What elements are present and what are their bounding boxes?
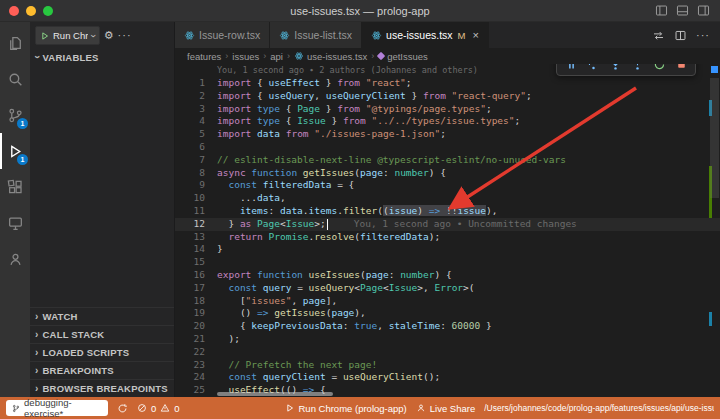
code-line[interactable]: 7// eslint-disable-next-line @typescript…	[175, 154, 720, 167]
line-number[interactable]: 4	[175, 115, 217, 128]
line-number[interactable]: 6	[175, 141, 217, 154]
line-number[interactable]: 25	[175, 384, 217, 397]
code-line[interactable]: 8async function getIssues(page: number) …	[175, 167, 720, 180]
git-branch-item[interactable]: debugging-exercise*	[6, 400, 108, 416]
remote-explorer-icon[interactable]	[0, 205, 30, 241]
close-window-button[interactable]	[9, 6, 19, 16]
pause-button[interactable]	[562, 64, 580, 73]
code-line[interactable]: 12 } as Page<Issue>;You, 1 second ago • …	[175, 218, 720, 231]
line-number[interactable]: 9	[175, 179, 217, 192]
code-line[interactable]: 9 const filteredData = {	[175, 179, 720, 192]
code-line[interactable]: 17 const query = useQuery<Page<Issue>, E…	[175, 282, 720, 295]
breadcrumb-item-issues[interactable]: issues	[232, 51, 259, 62]
more-actions-icon[interactable]: ···	[696, 29, 710, 41]
variables-section-header[interactable]: › VARIABLES	[30, 48, 174, 66]
line-number[interactable]: 2	[175, 90, 217, 103]
line-number[interactable]: 8	[175, 167, 217, 180]
loaded-scripts-section-header[interactable]: › LOADED SCRIPTS	[30, 343, 174, 361]
line-number[interactable]: 22	[175, 346, 217, 359]
call-stack-section-header[interactable]: › CALL STACK	[30, 325, 174, 343]
step-into-button[interactable]	[606, 64, 624, 73]
code-line[interactable]: 6	[175, 141, 720, 154]
step-out-button[interactable]	[628, 64, 646, 73]
code-line[interactable]: 4import type { Issue } from "../../types…	[175, 115, 720, 128]
line-number[interactable]: 18	[175, 295, 217, 308]
code-line[interactable]: 3import type { Page } from "@typings/pag…	[175, 103, 720, 116]
maximize-window-button[interactable]	[43, 6, 53, 16]
code-editor[interactable]: You, 1 second ago ∙ 2 authors (Johannes …	[175, 64, 720, 397]
line-number[interactable]: 24	[175, 371, 217, 384]
watch-section-header[interactable]: › WATCH	[30, 307, 174, 325]
line-number[interactable]: 20	[175, 320, 217, 333]
line-number[interactable]: 10	[175, 192, 217, 205]
line-number[interactable]: 15	[175, 256, 217, 269]
line-number[interactable]: 16	[175, 269, 217, 282]
code-line[interactable]: 15	[175, 256, 720, 269]
toggle-panel-icon[interactable]	[676, 4, 689, 17]
horizontal-scrollbar-thumb[interactable]	[217, 392, 333, 396]
more-views-icon[interactable]: ···	[118, 30, 132, 41]
breakpoints-section-header[interactable]: › BREAKPOINTS	[30, 361, 174, 379]
code-line[interactable]: 20 { keepPreviousData: true, staleTime: …	[175, 320, 720, 333]
toggle-sidebar-icon[interactable]	[655, 4, 668, 17]
line-number[interactable]: 23	[175, 359, 217, 372]
code-line[interactable]: 22	[175, 346, 720, 359]
run-debug-icon[interactable]: 1	[0, 133, 30, 169]
search-icon[interactable]	[0, 61, 30, 97]
line-number[interactable]: 3	[175, 103, 217, 116]
code-line[interactable]: 19 () => getIssues(page),	[175, 307, 720, 320]
line-number[interactable]: 1	[175, 77, 217, 90]
line-number[interactable]: 14	[175, 243, 217, 256]
line-number[interactable]: 5	[175, 128, 217, 141]
split-editor-icon[interactable]	[674, 29, 687, 42]
line-number[interactable]: 7	[175, 154, 217, 167]
code-line[interactable]: 1import { useEffect } from "react";	[175, 77, 720, 90]
code-line[interactable]: 24 const queryClient = useQueryClient();	[175, 371, 720, 384]
scrollbar-thumb[interactable]	[710, 78, 719, 198]
step-over-button[interactable]	[584, 64, 602, 73]
line-number[interactable]: 17	[175, 282, 217, 295]
debug-config-select[interactable]: Run Chr ›	[35, 26, 100, 45]
sync-changes-button[interactable]	[117, 403, 128, 414]
code-line[interactable]: 5import data from "./issues-page-1.json"…	[175, 128, 720, 141]
breadcrumb-item-file[interactable]: use-issues.tsx	[294, 51, 367, 62]
code-line[interactable]: 18 ["issues", page],	[175, 295, 720, 308]
live-share-item[interactable]: Live Share	[416, 403, 475, 414]
chevron-right-icon: ›	[287, 51, 290, 61]
tab-issue-list[interactable]: Issue-list.tsx	[270, 22, 362, 48]
code-line[interactable]: 14}	[175, 243, 720, 256]
run-task-item[interactable]: Run Chrome (prolog-app)	[285, 403, 407, 414]
line-number[interactable]: 11	[175, 205, 217, 218]
breadcrumb-item-api[interactable]: api	[270, 51, 283, 62]
breadcrumb-item-symbol[interactable]: getIssues	[378, 51, 428, 62]
vertical-scrollbar[interactable]	[708, 64, 720, 397]
extensions-icon[interactable]	[0, 169, 30, 205]
code-line[interactable]: 13 return Promise.resolve(filteredData);	[175, 231, 720, 244]
tab-issue-row[interactable]: Issue-row.tsx	[175, 22, 270, 48]
code-line[interactable]: 23 // Prefetch the next page!	[175, 359, 720, 372]
stop-button[interactable]	[672, 64, 690, 73]
code-line[interactable]: 11 items: data.items.filter((issue) => !…	[175, 205, 720, 218]
line-number[interactable]: 12	[175, 218, 217, 231]
minimize-window-button[interactable]	[26, 6, 36, 16]
live-share-icon[interactable]	[0, 241, 30, 277]
active-file-path[interactable]: /Users/johannes/code/prolog-app/features…	[484, 403, 714, 413]
line-number[interactable]: 21	[175, 333, 217, 346]
close-tab-icon[interactable]: ×	[473, 29, 479, 41]
line-number[interactable]: 13	[175, 231, 217, 244]
tab-use-issues[interactable]: use-issues.tsx M ×	[362, 22, 489, 48]
browser-breakpoints-section-header[interactable]: › BROWSER BREAKPOINTS	[30, 379, 174, 397]
problems-item[interactable]: 0 0	[137, 403, 180, 414]
code-line[interactable]: 16export function useIssues(page: number…	[175, 269, 720, 282]
restart-button[interactable]	[650, 64, 668, 73]
open-changes-icon[interactable]	[652, 29, 665, 42]
code-line[interactable]: 21 );	[175, 333, 720, 346]
toggle-secondary-sidebar-icon[interactable]	[697, 4, 710, 17]
code-line[interactable]: 10 ...data,	[175, 192, 720, 205]
explorer-icon[interactable]	[0, 25, 30, 61]
breadcrumb-item-features[interactable]: features	[187, 51, 221, 62]
source-control-icon[interactable]: 1	[0, 97, 30, 133]
code-line[interactable]: 2import { useQuery, useQueryClient } fro…	[175, 90, 720, 103]
line-number[interactable]: 19	[175, 307, 217, 320]
settings-gear-icon[interactable]: ⚙	[104, 30, 114, 41]
